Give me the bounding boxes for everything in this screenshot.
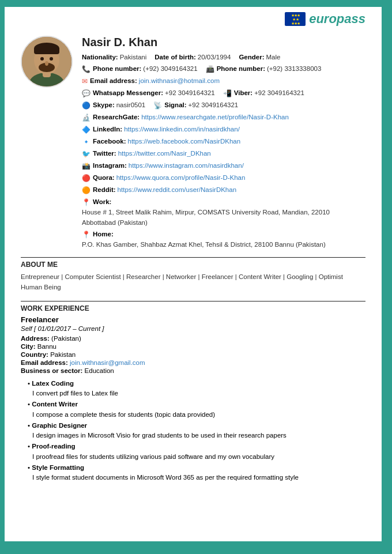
skype-row: 🔵 Skype: nasir0501 📡 Signal: +92 3049164…	[82, 100, 365, 111]
bottom-bar	[0, 541, 392, 554]
profile-section: Nasir D. Khan Nationality: Pakistani Dat…	[21, 36, 365, 251]
signal-icon: 📡	[153, 100, 162, 111]
email-link[interactable]: join.withnasir@hotmail.com	[139, 76, 220, 86]
bullet-item: Proof-readingI proofread files for stude…	[28, 442, 365, 462]
reddit-link[interactable]: https://www.reddit.com/user/NasirDKhan	[118, 185, 236, 195]
facebook-icon: 🔹	[82, 137, 91, 147]
bullet-item: Style FormattingI style format student d…	[28, 463, 365, 483]
home-label: Home:	[93, 229, 114, 239]
employer: Self	[21, 325, 32, 332]
fb-row: 🔹 Facebook: https://web.facebook.com/Nas…	[82, 137, 365, 147]
fb-label: Facebook:	[93, 137, 126, 146]
rg-link[interactable]: https://www.researchgate.net/profile/Nas…	[141, 112, 289, 122]
phone2-label: Phone number:	[217, 64, 265, 74]
work-address: House # 1, Street Malik Rahim, Mirpur, C…	[82, 208, 357, 228]
phone2-icon: 📠	[206, 64, 214, 74]
whatsapp-icon: 💬	[82, 88, 91, 99]
svg-point-9	[45, 61, 48, 66]
instagram-icon: 📸	[82, 161, 91, 171]
viber-icon: 📲	[223, 88, 232, 99]
europass-header: ★★★★ ★★★★ europass	[21, 7, 365, 30]
address-label: Address:	[21, 335, 50, 342]
quora-label: Quora:	[93, 173, 115, 183]
phone2-value: (+92) 3313338003	[267, 64, 321, 74]
fb-link[interactable]: https://web.facebook.com/NasirDKhan	[128, 137, 241, 146]
home-address-row: 📍 Home: P.O. Khas Gamber, Shahbaz Azmat …	[82, 229, 365, 250]
signal-label: Signal:	[164, 100, 186, 110]
bullet-item: Content WriterI compose a complete thesi…	[28, 400, 365, 420]
work-label: Work:	[93, 197, 111, 207]
viber-label: Viber:	[234, 88, 252, 98]
right-accent	[382, 0, 392, 554]
avatar	[21, 36, 73, 88]
nationality-label: Nationality:	[82, 52, 118, 62]
left-accent	[0, 0, 5, 554]
city-value: Bannu	[37, 343, 56, 350]
europass-logo: ★★★★ ★★★★ europass	[285, 12, 365, 27]
rg-icon: 🔬	[82, 112, 91, 123]
europass-label: europass	[309, 12, 365, 27]
reddit-label: Reddit:	[93, 185, 116, 195]
email-row: ✉ Email address: join.withnasir@hotmail.…	[82, 76, 365, 86]
li-label: LinkedIn:	[93, 125, 122, 134]
profile-info: Nasir D. Khan Nationality: Pakistani Dat…	[82, 36, 365, 251]
work-experience-title: WORK EXPERIENCE	[21, 304, 365, 312]
svg-point-7	[40, 57, 44, 61]
phone-row: 📞 Phone number: (+92) 3049164321 📠 Phone…	[82, 64, 365, 74]
rg-label: ResearchGate:	[93, 112, 140, 122]
reddit-icon: 🟠	[82, 185, 91, 195]
about-me-divider	[21, 257, 365, 258]
work-address-row: 📍 Work: House # 1, Street Malik Rahim, M…	[82, 197, 365, 228]
job-subtitle: Self [ 01/01/2017 – Current ]	[21, 325, 365, 332]
quora-icon: 🔴	[82, 173, 91, 183]
work-experience-divider	[21, 301, 365, 302]
home-address: P.O. Khas Gamber, Shahbaz Azmat Khel, Te…	[82, 240, 326, 250]
country-value: Pakistan	[50, 351, 76, 358]
eu-flag-icon: ★★★★ ★★★★	[285, 12, 306, 26]
work-email-link[interactable]: join.withnasir@gmail.com	[70, 359, 145, 366]
work-sector-detail: Business or sector: Education	[21, 367, 365, 374]
tw-link[interactable]: https://twitter.com/Nasir_DKhan	[118, 149, 211, 159]
home-location-icon: 📍	[82, 229, 91, 240]
dob-value: 20/03/1994	[198, 52, 231, 62]
dob-label: Date of birth:	[154, 52, 196, 62]
about-me-text: Entrepreneur | Computer Scientist | Rese…	[21, 272, 365, 293]
viber-value: +92 3049164321	[254, 88, 304, 98]
ig-link[interactable]: https://www.instagram.com/nasirdkhan/	[129, 161, 244, 171]
twitter-icon: 🐦	[82, 149, 91, 159]
basic-info-row: Nationality: Pakistani Date of birth: 20…	[82, 52, 365, 62]
gender-label: Gender:	[239, 52, 264, 62]
work-country-detail: Country: Pakistan	[21, 351, 365, 358]
profile-name: Nasir D. Khan	[82, 36, 365, 49]
rg-row: 🔬 ResearchGate: https://www.researchgate…	[82, 112, 365, 123]
eu-stars: ★★★★ ★★★★	[291, 13, 300, 25]
whatsapp-value: +92 3049164321	[165, 88, 215, 98]
skype-value: nasir0501	[116, 100, 146, 110]
bullet-item: Latex CodingI convert pdf files to Latex…	[28, 379, 365, 399]
phone1-icon: 📞	[82, 64, 91, 74]
email-icon: ✉	[82, 76, 88, 86]
skype-icon: 🔵	[82, 100, 91, 111]
li-link[interactable]: https://www.linkedin.com/in/nasirdkhan/	[124, 125, 240, 134]
tw-row: 🐦 Twitter: https://twitter.com/Nasir_DKh…	[82, 149, 365, 159]
avatar-image	[21, 36, 73, 88]
quora-link[interactable]: https://www.quora.com/profile/Nasir-D-Kh…	[116, 173, 246, 183]
work-location-icon: 📍	[82, 197, 91, 208]
nationality-value: Pakistani	[120, 52, 147, 62]
work-address-detail: Address: (Pakistan)	[21, 335, 365, 342]
li-row: 🔷 LinkedIn: https://www.linkedin.com/in/…	[82, 125, 365, 135]
linkedin-icon: 🔷	[82, 125, 91, 135]
job-title: Freelancer	[21, 315, 365, 324]
work-email-label: Email address:	[21, 359, 68, 366]
signal-value: +92 3049164321	[189, 100, 239, 110]
country-label: Country:	[21, 351, 48, 358]
gender-value: Male	[266, 52, 281, 62]
city-label: City:	[21, 343, 36, 350]
address-value: (Pakistan)	[51, 335, 81, 342]
email-label: Email address:	[90, 76, 137, 86]
job-period: [ 01/01/2017 – Current ]	[34, 325, 104, 332]
ig-label: Instagram:	[93, 161, 127, 171]
phone1-value: (+92) 3049164321	[143, 64, 197, 74]
whatsapp-label: Whatsapp Messenger:	[93, 88, 163, 98]
svg-rect-5	[34, 47, 59, 54]
